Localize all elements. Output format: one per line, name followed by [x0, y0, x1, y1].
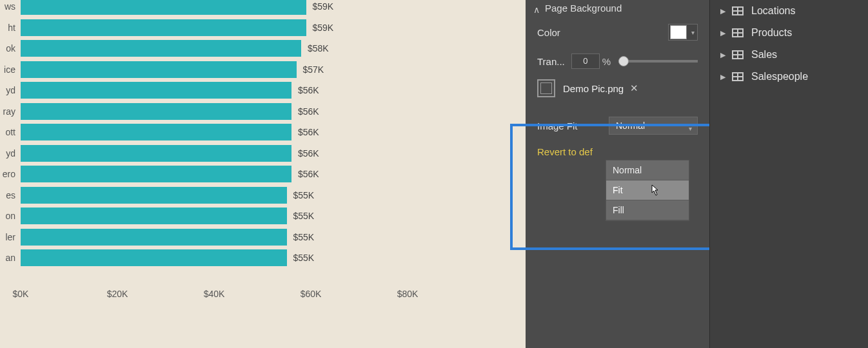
- expand-triangle-icon[interactable]: ▶: [720, 73, 727, 81]
- bar-value-label: $57K: [303, 64, 324, 75]
- bar-category-label: ws: [0, 1, 15, 12]
- bar-category-label: ler: [0, 232, 15, 242]
- remove-image-button[interactable]: ✕: [630, 82, 638, 94]
- bar-value-label: $59K: [313, 23, 334, 33]
- x-axis-tick: $40K: [204, 289, 225, 299]
- bar-category-label: ice: [0, 64, 15, 75]
- image-fit-option[interactable]: Fit: [606, 180, 689, 200]
- field-table-label: Salespeople: [751, 71, 808, 82]
- section-title: Page Background: [545, 3, 622, 14]
- chart-row: an$55K: [0, 247, 432, 269]
- bar[interactable]: [21, 229, 287, 246]
- bar-value-label: $56K: [298, 127, 319, 137]
- bar-category-label: ok: [0, 43, 15, 53]
- bar[interactable]: [21, 166, 291, 182]
- bar-category-label: ero: [0, 169, 15, 179]
- bar-value-label: $55K: [293, 211, 315, 221]
- bar-value-label: $55K: [293, 253, 315, 263]
- table-icon: [732, 28, 744, 37]
- field-table-item[interactable]: ▶Sales: [710, 44, 868, 66]
- bar-value-label: $55K: [293, 232, 315, 242]
- bar-chart: ws$59Kht$59Kok$58Kice$57Kyd$56Kray$56Kot…: [0, 0, 432, 269]
- bar[interactable]: [21, 19, 306, 36]
- bar[interactable]: [21, 249, 287, 266]
- bar-category-label: on: [0, 211, 15, 221]
- chart-row: ht$59K: [0, 17, 432, 39]
- image-thumb-icon[interactable]: [537, 79, 555, 97]
- field-table-label: Sales: [751, 49, 777, 61]
- x-axis-tick: $60K: [301, 289, 322, 299]
- chart-row: ok$58K: [0, 38, 432, 59]
- x-axis-tick: $80K: [397, 289, 419, 299]
- chart-row: yd$56K: [0, 143, 432, 164]
- bar-value-label: $56K: [298, 169, 319, 179]
- chart-row: ray$56K: [0, 101, 432, 122]
- bar-value-label: $58K: [308, 43, 329, 53]
- image-fit-label: Image Fit: [537, 121, 578, 131]
- chart-row: ice$57K: [0, 59, 432, 81]
- expand-triangle-icon[interactable]: ▶: [720, 51, 727, 59]
- report-canvas[interactable]: ws$59Kht$59Kok$58Kice$57Kyd$56Kray$56Kot…: [0, 0, 526, 348]
- image-fit-dropdown[interactable]: Normal ▾: [609, 117, 698, 135]
- image-file-row: Demo Pic.png ✕: [526, 75, 709, 104]
- color-swatch: [670, 25, 687, 39]
- bar[interactable]: [21, 61, 297, 78]
- chevron-up-icon: ∧: [533, 5, 540, 15]
- table-icon: [732, 50, 744, 59]
- field-table-item[interactable]: ▶Locations: [710, 0, 868, 22]
- bar[interactable]: [21, 40, 301, 57]
- bar[interactable]: [21, 145, 291, 162]
- chart-row: yd$56K: [0, 80, 432, 101]
- field-table-item[interactable]: ▶Products: [710, 22, 868, 44]
- table-icon: [732, 6, 744, 15]
- chevron-down-icon: ▾: [689, 121, 692, 137]
- chart-row: ler$55K: [0, 227, 432, 248]
- bar-value-label: $55K: [293, 190, 315, 200]
- bar[interactable]: [21, 124, 291, 140]
- expand-triangle-icon[interactable]: ▶: [720, 7, 727, 15]
- image-file-name: Demo Pic.png: [563, 83, 624, 94]
- bar-category-label: ray: [0, 106, 15, 117]
- x-axis-tick: $20K: [107, 289, 128, 299]
- transparency-slider[interactable]: [618, 60, 698, 63]
- x-axis: $0K$20K$40K$60K$80K: [21, 289, 427, 304]
- bar-category-label: ott: [0, 127, 15, 137]
- bar[interactable]: [21, 103, 291, 120]
- bar-category-label: ht: [0, 23, 15, 33]
- percent-unit: %: [602, 56, 611, 67]
- field-table-label: Locations: [751, 5, 796, 17]
- transparency-row: Tran... 0 %: [526, 47, 709, 75]
- transparency-label: Tran...: [537, 56, 565, 67]
- chart-row: ws$59K: [0, 0, 432, 17]
- bar-value-label: $56K: [298, 106, 319, 117]
- chart-row: on$55K: [0, 206, 432, 227]
- bar[interactable]: [21, 0, 306, 15]
- color-picker[interactable]: ▾: [668, 24, 698, 41]
- app-root: ws$59Kht$59Kok$58Kice$57Kyd$56Kray$56Kot…: [0, 0, 868, 348]
- bar[interactable]: [21, 187, 287, 204]
- bar-category-label: yd: [0, 85, 15, 95]
- chart-row: ott$56K: [0, 122, 432, 143]
- bar-value-label: $59K: [313, 1, 334, 12]
- image-fit-options: NormalFitFill: [606, 160, 689, 221]
- slider-thumb[interactable]: [618, 56, 629, 66]
- chevron-down-icon: ▾: [688, 29, 697, 36]
- section-page-background[interactable]: ∧ Page Background: [526, 0, 709, 17]
- bar-value-label: $56K: [298, 85, 319, 95]
- bar[interactable]: [21, 82, 291, 99]
- x-axis-tick: $0K: [13, 289, 29, 299]
- chart-row: ero$56K: [0, 164, 432, 185]
- transparency-input[interactable]: 0: [571, 53, 600, 69]
- image-fit-option[interactable]: Fill: [606, 200, 689, 220]
- bar-category-label: an: [0, 253, 15, 263]
- fields-panel: ▶Locations▶Products▶Sales▶Salespeople: [709, 0, 868, 348]
- bar-category-label: yd: [0, 148, 15, 159]
- image-fit-option[interactable]: Normal: [606, 160, 689, 180]
- image-fit-value: Normal: [616, 121, 645, 131]
- image-fit-row: Image Fit Normal ▾: [526, 104, 709, 137]
- table-icon: [732, 72, 744, 81]
- field-table-item[interactable]: ▶Salespeople: [710, 66, 868, 88]
- chart-row: es$55K: [0, 185, 432, 206]
- bar[interactable]: [21, 208, 287, 224]
- expand-triangle-icon[interactable]: ▶: [720, 29, 727, 37]
